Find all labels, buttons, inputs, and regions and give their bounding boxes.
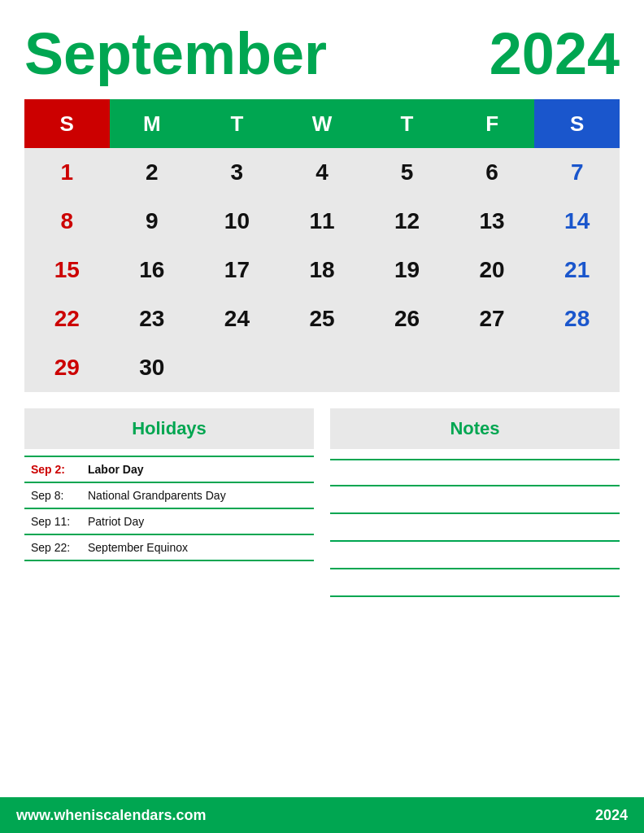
- calendar-day: 14: [534, 197, 620, 246]
- calendar-day: 25: [280, 294, 365, 343]
- calendar-day: 28: [534, 294, 620, 343]
- calendar-day: 10: [194, 197, 280, 246]
- calendar-row: 1234567: [24, 148, 620, 197]
- calendar-day: 15: [24, 246, 110, 294]
- footer-year: 2024: [595, 807, 628, 824]
- holidays-header: Holidays: [24, 408, 314, 449]
- calendar-day: 11: [280, 197, 365, 246]
- calendar-day: 3: [194, 148, 280, 197]
- calendar-day: 2: [110, 148, 195, 197]
- calendar-day: 24: [194, 294, 280, 343]
- calendar-day: 26: [364, 294, 450, 343]
- calendar-page: September 2024 S M T W T F S 12345678910…: [0, 0, 644, 833]
- calendar-row: 22232425262728: [24, 294, 620, 343]
- calendar-day: [194, 343, 280, 392]
- note-line[interactable]: [330, 459, 620, 486]
- calendar-table: S M T W T F S 12345678910111213141516171…: [24, 99, 620, 392]
- calendar-body: 1234567891011121314151617181920212223242…: [24, 148, 620, 392]
- calendar-day: 7: [534, 148, 620, 197]
- calendar-row: 2930: [24, 343, 620, 392]
- header: September 2024: [24, 24, 620, 83]
- calendar-day: 30: [110, 343, 195, 392]
- holiday-item: Sep 2:Labor Day: [24, 456, 314, 483]
- holiday-name: Patriot Day: [88, 515, 144, 528]
- note-line[interactable]: [330, 486, 620, 514]
- calendar-day: 5: [364, 148, 450, 197]
- holiday-name: September Equinox: [88, 541, 188, 554]
- year-title: 2024: [490, 24, 620, 83]
- day-header-row: S M T W T F S: [24, 99, 620, 148]
- header-wednesday: W: [280, 99, 365, 148]
- header-friday: F: [450, 99, 535, 148]
- holiday-item: Sep 8:National Grandparents Day: [24, 483, 314, 509]
- calendar-wrapper: S M T W T F S 12345678910111213141516171…: [24, 99, 620, 392]
- calendar-day: 9: [110, 197, 195, 246]
- calendar-day: 20: [450, 246, 535, 294]
- header-thursday: T: [364, 99, 450, 148]
- calendar-day: [364, 343, 450, 392]
- calendar-day: 29: [24, 343, 110, 392]
- calendar-day: 13: [450, 197, 535, 246]
- holiday-date: Sep 22:: [31, 541, 88, 554]
- calendar-day: 6: [450, 148, 535, 197]
- holidays-list: Sep 2:Labor DaySep 8:National Grandparen…: [24, 456, 314, 561]
- holiday-name: National Grandparents Day: [88, 489, 226, 502]
- calendar-day: 1: [24, 148, 110, 197]
- note-line[interactable]: [330, 569, 620, 597]
- calendar-day: [450, 343, 535, 392]
- notes-lines: [330, 456, 620, 597]
- note-line[interactable]: [330, 514, 620, 542]
- calendar-day: 18: [280, 246, 365, 294]
- calendar-day: 8: [24, 197, 110, 246]
- holiday-item: Sep 22:September Equinox: [24, 535, 314, 561]
- holidays-section: Holidays Sep 2:Labor DaySep 8:National G…: [24, 408, 314, 797]
- bottom-section: Holidays Sep 2:Labor DaySep 8:National G…: [24, 408, 620, 797]
- calendar-row: 15161718192021: [24, 246, 620, 294]
- notes-header: Notes: [330, 408, 620, 449]
- calendar-day: 22: [24, 294, 110, 343]
- holiday-name: Labor Day: [88, 463, 143, 476]
- holiday-date: Sep 11:: [31, 515, 88, 528]
- holiday-item: Sep 11:Patriot Day: [24, 509, 314, 535]
- notes-section: Notes: [330, 408, 620, 797]
- note-line[interactable]: [330, 542, 620, 569]
- calendar-day: 27: [450, 294, 535, 343]
- header-saturday: S: [534, 99, 620, 148]
- calendar-day: [534, 343, 620, 392]
- header-monday: M: [110, 99, 195, 148]
- header-sunday: S: [24, 99, 110, 148]
- calendar-day: 4: [280, 148, 365, 197]
- calendar-day: 16: [110, 246, 195, 294]
- footer: www.wheniscalendars.com 2024: [0, 797, 644, 833]
- calendar-row: 891011121314: [24, 197, 620, 246]
- calendar-day: [280, 343, 365, 392]
- calendar-day: 12: [364, 197, 450, 246]
- calendar-day: 19: [364, 246, 450, 294]
- calendar-day: 17: [194, 246, 280, 294]
- holiday-date: Sep 2:: [31, 463, 88, 476]
- calendar-day: 21: [534, 246, 620, 294]
- holiday-date: Sep 8:: [31, 489, 88, 502]
- calendar-day: 23: [110, 294, 195, 343]
- header-tuesday: T: [194, 99, 280, 148]
- footer-url: www.wheniscalendars.com: [16, 807, 206, 824]
- month-title: September: [24, 24, 327, 83]
